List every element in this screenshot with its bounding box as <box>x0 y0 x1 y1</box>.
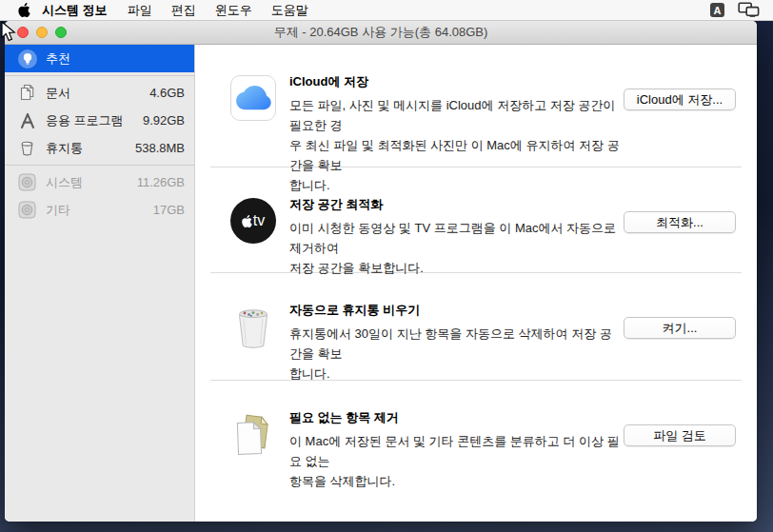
recommendations-panel: iCloud에 저장 모든 파일, 사진 및 메시지를 iCloud에 저장하고… <box>195 45 757 522</box>
sidebar-item-value: 17GB <box>153 203 185 217</box>
trash-full-icon <box>230 304 276 349</box>
review-files-button[interactable]: 파일 검토 <box>624 424 736 446</box>
mouse-cursor <box>0 21 16 46</box>
sidebar-item-value: 9.92GB <box>143 113 185 128</box>
section-title: 저장 공간 최적화 <box>289 196 624 213</box>
menu-edit[interactable]: 편집 <box>162 0 206 21</box>
turn-on-button[interactable]: 켜기... <box>624 317 736 339</box>
icloud-icon <box>230 75 276 121</box>
sidebar-divider <box>5 75 194 76</box>
title-bar[interactable]: 무제 - 20.64GB 사용 가능(총 64.08GB) <box>5 21 757 45</box>
displays-icon[interactable] <box>738 2 760 18</box>
sidebar-item-label: 휴지통 <box>46 140 135 157</box>
app-store-icon <box>17 110 37 130</box>
section-store-in-icloud: iCloud에 저장 모든 파일, 사진 및 메시지를 iCloud에 저장하고… <box>195 45 757 167</box>
lightbulb-icon <box>17 49 37 69</box>
documents-stack-icon <box>230 411 276 457</box>
sidebar-item-other: 기타 17GB <box>5 196 194 224</box>
store-in-icloud-button[interactable]: iCloud에 저장... <box>624 89 736 110</box>
section-title: 자동으로 휴지통 비우기 <box>289 302 624 319</box>
sidebar: 추천 문서 4.6GB <box>5 45 195 522</box>
sidebar-item-label: 기타 <box>46 202 153 219</box>
sidebar-item-value: 4.6GB <box>149 86 185 100</box>
window-title: 무제 - 20.64GB 사용 가능(총 64.08GB) <box>5 24 757 41</box>
sidebar-item-trash[interactable]: 휴지통 538.8MB <box>5 134 194 162</box>
zoom-button[interactable] <box>55 27 67 38</box>
close-button[interactable] <box>17 27 29 38</box>
sidebar-item-applications[interactable]: 응용 프로그램 9.92GB <box>5 107 194 134</box>
input-source-icon[interactable]: A <box>710 3 724 17</box>
sidebar-item-label: 추천 <box>46 50 185 68</box>
sidebar-item-system: 시스템 11.26GB <box>5 168 194 196</box>
section-description: 모든 파일, 사진 및 메시지를 iCloud에 저장하고 저장 공간이 필요한… <box>289 95 624 195</box>
sidebar-item-value: 538.8MB <box>135 141 185 155</box>
trash-icon <box>17 138 37 158</box>
minimize-button[interactable] <box>36 27 48 38</box>
sidebar-item-recommendations[interactable]: 추천 <box>5 45 194 72</box>
menu-window[interactable]: 윈도우 <box>206 0 262 21</box>
menu-bar: 시스템 정보 파일 편집 윈도우 도움말 A <box>0 0 773 21</box>
disc-icon <box>17 172 37 192</box>
menu-file[interactable]: 파일 <box>118 0 162 21</box>
optimize-button[interactable]: 최적화... <box>624 211 736 233</box>
section-title: 필요 없는 항목 제거 <box>289 409 624 426</box>
storage-management-window: 무제 - 20.64GB 사용 가능(총 64.08GB) 추천 <box>5 21 757 522</box>
section-description: 휴지통에서 30일이 지난 항목을 자동으로 삭제하여 저장 공간을 확보 합니… <box>289 324 624 384</box>
apple-menu-icon[interactable] <box>18 3 30 17</box>
section-description: 이 Mac에 저장된 문서 및 기타 콘텐츠를 분류하고 더 이상 필요 없는 … <box>289 431 624 491</box>
menu-help[interactable]: 도움말 <box>262 0 318 21</box>
menu-app-name[interactable]: 시스템 정보 <box>32 0 118 21</box>
sidebar-item-label: 응용 프로그램 <box>46 112 143 129</box>
section-title: iCloud에 저장 <box>289 73 624 90</box>
documents-icon <box>17 83 37 103</box>
sidebar-item-label: 문서 <box>46 85 149 102</box>
disc-icon <box>17 200 37 220</box>
sidebar-item-label: 시스템 <box>46 174 137 191</box>
section-empty-trash-automatically: 자동으로 휴지통 비우기 휴지통에서 30일이 지난 항목을 자동으로 삭제하여… <box>195 273 757 380</box>
sidebar-divider <box>5 165 194 166</box>
section-reduce-clutter: 필요 없는 항목 제거 이 Mac에 저장된 문서 및 기타 콘텐츠를 분류하고… <box>195 381 757 522</box>
section-description: 이미 시청한 동영상 및 TV 프로그램을 이 Mac에서 자동으로 제거하여 … <box>289 218 624 278</box>
apple-tv-icon: tv <box>230 198 276 244</box>
sidebar-item-documents[interactable]: 문서 4.6GB <box>5 79 194 107</box>
sidebar-item-value: 11.26GB <box>137 175 185 189</box>
